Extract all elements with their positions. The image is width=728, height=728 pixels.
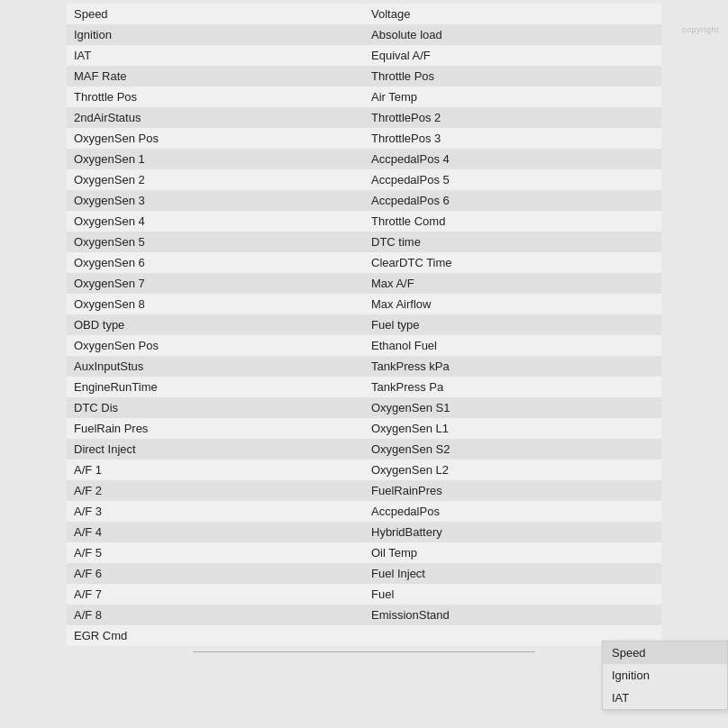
param-left: Ignition: [67, 24, 364, 45]
dropdown-item[interactable]: IAT: [603, 687, 727, 709]
param-right: AccpedalPos 5: [364, 169, 661, 190]
dropdown-popup[interactable]: SpeedIgnitionIAT: [602, 641, 728, 710]
table-row[interactable]: OxygenSen 8Max Airflow: [67, 294, 661, 314]
param-right: Air Temp: [364, 86, 661, 107]
param-left: OxygenSen Pos: [67, 335, 364, 356]
table-row[interactable]: A/F 6Fuel Inject: [67, 563, 661, 584]
param-left: A/F 1: [67, 460, 364, 480]
table-row[interactable]: A/F 8EmissionStand: [67, 605, 661, 625]
param-right: OxygenSen S1: [364, 397, 661, 418]
param-right: ThrottlePos 3: [364, 128, 661, 149]
param-left: Speed: [67, 4, 364, 24]
param-right: Max A/F: [364, 273, 661, 294]
table-row[interactable]: OxygenSen 7Max A/F: [67, 273, 661, 294]
param-right: EmissionStand: [364, 605, 661, 625]
param-right: TankPress kPa: [364, 356, 661, 377]
table-row[interactable]: FuelRain PresOxygenSen L1: [67, 418, 661, 439]
table-row[interactable]: A/F 2FuelRainPres: [67, 480, 661, 501]
divider-line: [193, 651, 535, 652]
table-row[interactable]: OBD typeFuel type: [67, 314, 661, 335]
table-row[interactable]: A/F 3AccpedalPos: [67, 501, 661, 522]
table-row[interactable]: OxygenSen 2AccpedalPos 5: [67, 169, 661, 190]
param-left: OxygenSen 7: [67, 273, 364, 294]
table-row[interactable]: Throttle PosAir Temp: [67, 86, 661, 107]
param-right: Equival A/F: [364, 45, 661, 66]
table-row[interactable]: EGR Cmd: [67, 625, 661, 646]
param-left: AuxInputStus: [67, 356, 364, 377]
param-left: OxygenSen Pos: [67, 128, 364, 149]
table-row[interactable]: EngineRunTimeTankPress Pa: [67, 377, 661, 397]
param-left: OxygenSen 6: [67, 252, 364, 273]
param-right: DTC time: [364, 232, 661, 252]
param-right: AccpedalPos 6: [364, 190, 661, 211]
param-left: A/F 7: [67, 584, 364, 605]
param-right: Absolute load: [364, 24, 661, 45]
watermark-text: copyright: [682, 25, 719, 34]
param-left: A/F 8: [67, 605, 364, 625]
param-left: EGR Cmd: [67, 625, 364, 646]
table-row[interactable]: SpeedVoltage: [67, 4, 661, 24]
table-row[interactable]: OxygenSen 1AccpedalPos 4: [67, 149, 661, 169]
table-row[interactable]: A/F 5Oil Temp: [67, 542, 661, 563]
param-left: A/F 6: [67, 563, 364, 584]
dropdown-item[interactable]: Speed: [603, 642, 727, 664]
table-row[interactable]: OxygenSen 3AccpedalPos 6: [67, 190, 661, 211]
param-left: OxygenSen 4: [67, 211, 364, 232]
param-left: A/F 2: [67, 480, 364, 501]
param-left: OxygenSen 2: [67, 169, 364, 190]
param-left: Throttle Pos: [67, 86, 364, 107]
param-left: FuelRain Pres: [67, 418, 364, 439]
param-right: Fuel: [364, 584, 661, 605]
param-right: Fuel type: [364, 314, 661, 335]
param-right: OxygenSen L2: [364, 460, 661, 480]
param-left: MAF Rate: [67, 66, 364, 86]
param-right: Oil Temp: [364, 542, 661, 563]
param-right: OxygenSen S2: [364, 439, 661, 460]
param-right: Throttle Pos: [364, 66, 661, 86]
param-left: A/F 3: [67, 501, 364, 522]
param-right: Max Airflow: [364, 294, 661, 314]
table-row[interactable]: OxygenSen 4Throttle Comd: [67, 211, 661, 232]
param-left: OxygenSen 8: [67, 294, 364, 314]
table-row[interactable]: OxygenSen 6ClearDTC Time: [67, 252, 661, 273]
param-right: FuelRainPres: [364, 480, 661, 501]
table-row[interactable]: AuxInputStusTankPress kPa: [67, 356, 661, 377]
param-left: A/F 4: [67, 522, 364, 542]
param-left: IAT: [67, 45, 364, 66]
table-row[interactable]: A/F 1OxygenSen L2: [67, 460, 661, 480]
param-right: HybridBattery: [364, 522, 661, 542]
table-row[interactable]: 2ndAirStatusThrottlePos 2: [67, 107, 661, 128]
param-left: OBD type: [67, 314, 364, 335]
param-left: OxygenSen 5: [67, 232, 364, 252]
param-left: EngineRunTime: [67, 377, 364, 397]
table-row[interactable]: DTC DisOxygenSen S1: [67, 397, 661, 418]
table-row[interactable]: Direct InjectOxygenSen S2: [67, 439, 661, 460]
parameters-table: SpeedVoltageIgnitionAbsolute loadIATEqui…: [67, 4, 661, 646]
table-row[interactable]: OxygenSen PosThrottlePos 3: [67, 128, 661, 149]
param-right: AccpedalPos 4: [364, 149, 661, 169]
table-row[interactable]: OxygenSen PosEthanol Fuel: [67, 335, 661, 356]
param-left: OxygenSen 3: [67, 190, 364, 211]
param-right: Fuel Inject: [364, 563, 661, 584]
table-row[interactable]: OxygenSen 5DTC time: [67, 232, 661, 252]
param-left: Direct Inject: [67, 439, 364, 460]
table-row[interactable]: IATEquival A/F: [67, 45, 661, 66]
param-right: ThrottlePos 2: [364, 107, 661, 128]
table-row[interactable]: IgnitionAbsolute load: [67, 24, 661, 45]
param-right: TankPress Pa: [364, 377, 661, 397]
param-right: Voltage: [364, 4, 661, 24]
param-left: 2ndAirStatus: [67, 107, 364, 128]
param-right: ClearDTC Time: [364, 252, 661, 273]
table-row[interactable]: A/F 7Fuel: [67, 584, 661, 605]
param-left: OxygenSen 1: [67, 149, 364, 169]
dropdown-item[interactable]: Ignition: [603, 664, 727, 687]
param-left: DTC Dis: [67, 397, 364, 418]
param-right: Ethanol Fuel: [364, 335, 661, 356]
table-row[interactable]: A/F 4HybridBattery: [67, 522, 661, 542]
param-left: A/F 5: [67, 542, 364, 563]
param-right: Throttle Comd: [364, 211, 661, 232]
param-right: AccpedalPos: [364, 501, 661, 522]
param-right: OxygenSen L1: [364, 418, 661, 439]
table-row[interactable]: MAF RateThrottle Pos: [67, 66, 661, 86]
